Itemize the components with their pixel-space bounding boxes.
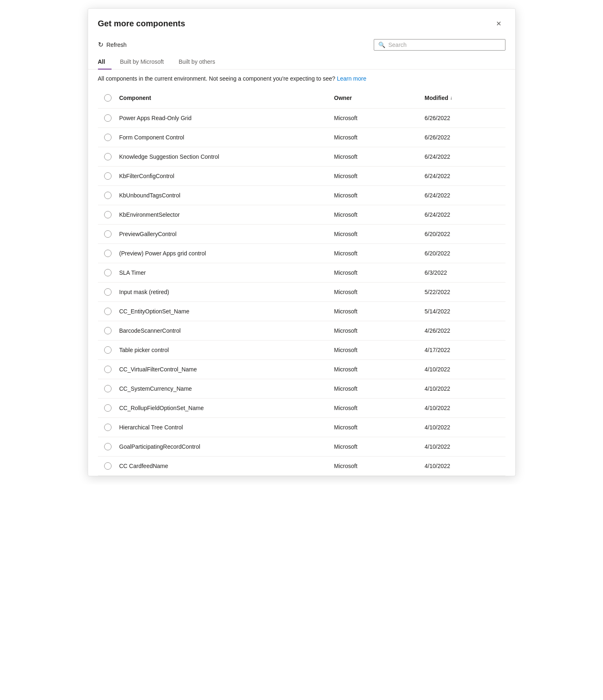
refresh-label: Refresh	[107, 42, 127, 48]
component-cell: Knowledge Suggestion Section Control	[118, 147, 333, 166]
search-input[interactable]	[389, 42, 501, 48]
component-cell: CC_VirtualFilterControl_Name	[118, 360, 333, 379]
search-container: 🔍	[374, 39, 505, 51]
table-row: CC_EntityOptionSet_Name Microsoft 5/14/2…	[98, 302, 505, 321]
table-header: Component Owner Modified ↓	[98, 88, 505, 109]
component-cell: Power Apps Read-Only Grid	[118, 109, 333, 127]
component-cell: (Preview) Power Apps grid control	[118, 244, 333, 263]
close-button[interactable]: ✕	[492, 17, 505, 30]
component-cell: Hierarchical Tree Control	[118, 418, 333, 437]
get-more-components-dialog: Get more components ✕ ↻ Refresh 🔍 All Bu…	[88, 8, 516, 476]
table-row: GoalParticipatingRecordControl Microsoft…	[98, 437, 505, 457]
row-checkbox[interactable]	[104, 462, 112, 470]
row-checkbox[interactable]	[104, 211, 112, 218]
learn-more-link[interactable]: Learn more	[337, 75, 366, 82]
component-cell: Input mask (retired)	[118, 283, 333, 301]
component-cell: BarcodeScannerControl	[118, 321, 333, 340]
row-checkbox-cell	[98, 399, 118, 417]
dialog-title: Get more components	[98, 19, 185, 28]
owner-cell: Microsoft	[333, 186, 423, 205]
search-icon: 🔍	[378, 42, 385, 48]
owner-cell: Microsoft	[333, 360, 423, 379]
row-checkbox[interactable]	[104, 250, 112, 257]
row-checkbox[interactable]	[104, 327, 112, 334]
modified-cell: 6/26/2022	[423, 109, 505, 127]
modified-cell: 4/10/2022	[423, 457, 505, 475]
modified-cell: 4/10/2022	[423, 418, 505, 437]
info-text: All components in the current environmen…	[98, 75, 335, 82]
modified-cell: 6/3/2022	[423, 263, 505, 282]
component-cell: Form Component Control	[118, 128, 333, 147]
refresh-button[interactable]: ↻ Refresh	[95, 38, 130, 51]
row-checkbox-cell	[98, 418, 118, 437]
row-checkbox[interactable]	[104, 114, 112, 122]
component-column-header: Component	[118, 91, 333, 105]
owner-cell: Microsoft	[333, 167, 423, 185]
owner-cell: Microsoft	[333, 437, 423, 456]
table-row: Form Component Control Microsoft 6/26/20…	[98, 128, 505, 147]
table-row: Hierarchical Tree Control Microsoft 4/10…	[98, 418, 505, 437]
row-checkbox[interactable]	[104, 443, 112, 450]
modified-cell: 5/14/2022	[423, 302, 505, 321]
owner-cell: Microsoft	[333, 379, 423, 398]
row-checkbox[interactable]	[104, 230, 112, 238]
tab-built-by-microsoft[interactable]: Built by Microsoft	[113, 54, 170, 69]
table-row: CC_SystemCurrency_Name Microsoft 4/10/20…	[98, 379, 505, 399]
owner-cell: Microsoft	[333, 225, 423, 243]
row-checkbox-cell	[98, 147, 118, 166]
owner-cell: Microsoft	[333, 205, 423, 224]
component-cell: SLA Timer	[118, 263, 333, 282]
row-checkbox-cell	[98, 109, 118, 127]
row-checkbox-cell	[98, 128, 118, 147]
table-row: CC_RollupFieldOptionSet_Name Microsoft 4…	[98, 399, 505, 418]
row-checkbox-cell	[98, 263, 118, 282]
table-row: CC_VirtualFilterControl_Name Microsoft 4…	[98, 360, 505, 379]
modified-cell: 4/10/2022	[423, 399, 505, 417]
component-cell: CC_SystemCurrency_Name	[118, 379, 333, 398]
row-checkbox[interactable]	[104, 404, 112, 412]
table-row: PreviewGalleryControl Microsoft 6/20/202…	[98, 225, 505, 244]
tab-built-by-others[interactable]: Built by others	[172, 54, 222, 69]
row-checkbox-cell	[98, 186, 118, 205]
row-checkbox-cell	[98, 321, 118, 340]
table-body: Power Apps Read-Only Grid Microsoft 6/26…	[98, 109, 505, 476]
table-row: BarcodeScannerControl Microsoft 4/26/202…	[98, 321, 505, 341]
row-checkbox[interactable]	[104, 346, 112, 354]
owner-cell: Microsoft	[333, 321, 423, 340]
toolbar: ↻ Refresh 🔍	[88, 35, 515, 54]
row-checkbox[interactable]	[104, 366, 112, 373]
table-row: KbEnvironmentSelector Microsoft 6/24/202…	[98, 205, 505, 225]
modified-cell: 5/22/2022	[423, 283, 505, 301]
row-checkbox[interactable]	[104, 269, 112, 276]
row-checkbox-cell	[98, 167, 118, 185]
row-checkbox[interactable]	[104, 192, 112, 199]
sort-icon: ↓	[450, 95, 452, 101]
row-checkbox[interactable]	[104, 153, 112, 160]
owner-cell: Microsoft	[333, 283, 423, 301]
table-row: (Preview) Power Apps grid control Micros…	[98, 244, 505, 263]
modified-column-header[interactable]: Modified ↓	[423, 91, 505, 105]
modified-cell: 6/24/2022	[423, 147, 505, 166]
modified-cell: 6/20/2022	[423, 225, 505, 243]
modified-cell: 6/24/2022	[423, 186, 505, 205]
table-row: Power Apps Read-Only Grid Microsoft 6/26…	[98, 109, 505, 128]
row-checkbox-cell	[98, 360, 118, 379]
dialog-header: Get more components ✕	[88, 9, 515, 35]
row-checkbox[interactable]	[104, 288, 112, 296]
row-checkbox[interactable]	[104, 308, 112, 315]
tab-all[interactable]: All	[98, 54, 112, 69]
row-checkbox[interactable]	[104, 172, 112, 180]
owner-cell: Microsoft	[333, 147, 423, 166]
row-checkbox-cell	[98, 302, 118, 321]
select-all-checkbox[interactable]	[104, 94, 112, 102]
owner-cell: Microsoft	[333, 399, 423, 417]
table-row: Input mask (retired) Microsoft 5/22/2022	[98, 283, 505, 302]
table-row: CC CardfeedName Microsoft 4/10/2022	[98, 457, 505, 476]
row-checkbox[interactable]	[104, 424, 112, 431]
row-checkbox[interactable]	[104, 385, 112, 392]
row-checkbox[interactable]	[104, 134, 112, 141]
info-bar: All components in the current environmen…	[88, 70, 515, 88]
component-cell: PreviewGalleryControl	[118, 225, 333, 243]
component-cell: CC CardfeedName	[118, 457, 333, 475]
modified-cell: 6/24/2022	[423, 205, 505, 224]
